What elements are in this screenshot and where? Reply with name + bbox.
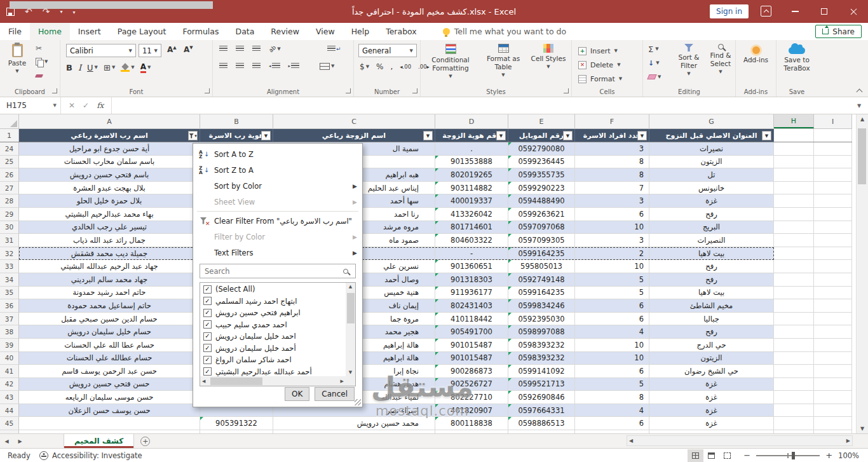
table-header-cell-D[interactable]: رقم هوية الزوجة▼ xyxy=(435,129,508,142)
cell[interactable] xyxy=(774,273,814,287)
cell[interactable] xyxy=(814,221,852,234)
underline-button[interactable]: U▼ xyxy=(87,63,98,72)
italic-button[interactable]: I xyxy=(78,63,81,72)
cell[interactable]: 0599834246 xyxy=(508,299,575,313)
format-as-table-button[interactable]: Format as Table ▼ xyxy=(480,44,526,78)
cell[interactable] xyxy=(774,299,814,313)
font-size-combo[interactable]: 11▼ xyxy=(139,44,161,57)
cell[interactable] xyxy=(774,287,814,300)
autosum-button[interactable]: Σ▼ xyxy=(648,44,661,54)
cell[interactable] xyxy=(814,156,852,169)
cell[interactable]: حسام عطالله علي الحسنات xyxy=(19,352,200,365)
cell[interactable]: بلال بهجت عبدو العشرة xyxy=(19,182,200,195)
increase-font-size-button[interactable]: A▲ xyxy=(167,45,177,54)
cell[interactable]: 802431403 xyxy=(435,299,508,313)
row-header[interactable]: 30 xyxy=(0,221,19,234)
cell[interactable]: 6 xyxy=(575,208,649,221)
cell[interactable]: 0598393232 xyxy=(508,339,575,352)
increase-indent-button[interactable]: ▸ xyxy=(288,63,300,69)
fill-button[interactable]: ↓▼ xyxy=(648,58,661,68)
cell[interactable]: 901318303 xyxy=(435,273,508,287)
expand-formula-bar-icon[interactable]: ▼ xyxy=(850,97,868,114)
filter-value-item[interactable]: ✓أحمد عبدالله عبدالرحيم البشيتي xyxy=(200,366,346,377)
customize-qat-chevron-icon[interactable]: ▾ xyxy=(60,9,62,15)
cell[interactable]: 0599263621 xyxy=(508,208,575,221)
save-to-terabox-button[interactable]: Save to TeraBox xyxy=(778,43,816,72)
sheet-vscroll-thumb[interactable] xyxy=(858,128,866,184)
cell[interactable]: حاتم احمد رشيد حمدونة xyxy=(19,287,200,300)
cell[interactable]: البريج xyxy=(649,221,774,234)
filter-dropdown-button[interactable]: ▼ xyxy=(423,131,433,140)
cell[interactable]: 10 xyxy=(575,339,649,352)
sheet-nav-right-icon[interactable]: ▶ xyxy=(13,434,27,448)
cell[interactable]: حي الدرج xyxy=(649,339,774,352)
align-left-icon[interactable] xyxy=(219,63,227,69)
sheet-tab-active[interactable]: كشف المخيم xyxy=(64,434,134,448)
confirm-entry-icon[interactable]: ✓ xyxy=(83,101,89,110)
cell[interactable] xyxy=(814,260,852,273)
filter-button-filtered[interactable]: ▾ xyxy=(188,131,198,140)
ribbon-tab-file[interactable]: File xyxy=(0,23,30,40)
cell[interactable]: بيت لاهيا xyxy=(649,247,774,261)
checkbox-checked-icon[interactable]: ✓ xyxy=(203,285,212,294)
cell[interactable] xyxy=(814,234,852,247)
cell[interactable]: 413326042 xyxy=(435,208,508,221)
cell[interactable]: 6 xyxy=(575,299,649,313)
cell[interactable] xyxy=(774,156,814,169)
cell[interactable] xyxy=(814,404,852,418)
minimize-button[interactable] xyxy=(780,0,810,23)
cell[interactable]: حسن فتحي حسين درويش xyxy=(19,378,200,391)
cell[interactable]: باسم فتحي حسين درويش xyxy=(19,168,200,182)
row-header[interactable]: 24 xyxy=(0,142,19,156)
cell[interactable]: الزيتون xyxy=(649,352,774,365)
scroll-up-icon[interactable]: ▲ xyxy=(349,284,352,289)
scroll-left-icon[interactable]: ◀ xyxy=(202,379,205,384)
cell[interactable]: 6 xyxy=(575,313,649,326)
cell[interactable]: حسام الدين حسين صبحي مقبل xyxy=(19,313,200,326)
filter-value-item[interactable]: ✓ابتهاج احمد رشيد المسلمي xyxy=(200,296,346,308)
scroll-right-icon[interactable]: ▶ xyxy=(341,379,344,384)
cell[interactable]: 410118442 xyxy=(435,313,508,326)
cell[interactable]: حسن عبد الرحمن يوسف قاسم xyxy=(19,365,200,378)
cell[interactable]: الزيتون xyxy=(649,156,774,169)
cell[interactable]: 900286873 xyxy=(435,365,508,378)
cell[interactable]: جهاد محمد سالم البرديني xyxy=(19,273,200,287)
cell[interactable]: نصيرات xyxy=(649,142,774,156)
table-header-cell-G[interactable]: العنوان الاصلي قبل النزوح▼ xyxy=(649,129,774,142)
cell[interactable]: 0599521713 xyxy=(508,378,575,391)
cell[interactable]: 905491700 xyxy=(435,325,508,339)
cell[interactable]: 0594488490 xyxy=(508,194,575,208)
cell[interactable]: حسام خليل سليمان درويش xyxy=(19,325,200,339)
cell[interactable]: النصيرات xyxy=(649,234,774,247)
cell[interactable]: 2 xyxy=(575,247,649,261)
cell[interactable]: 802227710 xyxy=(435,391,508,404)
cell[interactable]: 0599141092 xyxy=(508,365,575,378)
accounting-format-button[interactable]: $▼ xyxy=(360,62,369,71)
filter-menu-clear-filter[interactable]: ✕Clear Filter From "اسم رب الاسرة رباعي" xyxy=(193,213,362,229)
cell[interactable]: 8 xyxy=(575,168,649,182)
sort-filter-button[interactable]: Sort & Filter ▼ xyxy=(672,44,705,76)
column-header-A[interactable]: A xyxy=(19,114,200,128)
cell[interactable]: 901360651 xyxy=(435,260,508,273)
cell[interactable]: 0597097068 xyxy=(508,221,575,234)
cell[interactable] xyxy=(774,221,814,234)
column-header-F[interactable]: F xyxy=(575,114,649,128)
cell[interactable]: أية حسن جدوع ابو مراحيل xyxy=(19,142,200,156)
cell[interactable] xyxy=(814,391,852,404)
cell[interactable] xyxy=(774,182,814,195)
cell[interactable]: 0598393232 xyxy=(508,352,575,365)
cell[interactable]: 901015487 xyxy=(435,352,508,365)
scroll-down-icon[interactable]: ▼ xyxy=(860,426,864,431)
cell[interactable]: 0599355735 xyxy=(508,168,575,182)
cell[interactable]: جهاد عبد الرحيم عبدالله البشيتي xyxy=(19,260,200,273)
row-header[interactable]: 36 xyxy=(0,299,19,313)
filter-value-item[interactable]: ✓أحمد خليل سليمان درويش xyxy=(200,343,346,355)
cell[interactable]: تيسير علي رجب الخالدي xyxy=(19,221,200,234)
page-break-view-button[interactable] xyxy=(719,449,735,462)
cell[interactable]: بيت لاهيا xyxy=(649,287,774,300)
checkbox-checked-icon[interactable]: ✓ xyxy=(203,367,212,376)
cell[interactable] xyxy=(814,378,852,391)
cell[interactable]: 0597664331 xyxy=(508,404,575,418)
cell[interactable]: 3 xyxy=(575,142,649,156)
checkbox-checked-icon[interactable]: ✓ xyxy=(203,320,212,329)
